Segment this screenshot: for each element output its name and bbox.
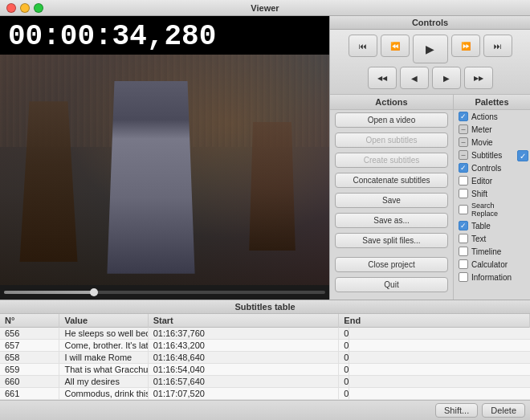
skip-to-start-button[interactable]: ⏮ xyxy=(349,35,377,57)
palette-item-meter[interactable]: – Meter xyxy=(454,123,530,136)
video-panel: 00:00:34,280 xyxy=(0,16,329,300)
save-split-files-button[interactable]: Save split files... xyxy=(335,233,448,248)
palette-item-controls[interactable]: ✓ Controls xyxy=(454,161,530,174)
prev-frame-button[interactable]: ⏪ xyxy=(381,35,410,57)
palette-checkbox-subtitles[interactable]: – xyxy=(459,150,468,160)
scrubber-fill xyxy=(4,291,94,294)
skip-to-end-button[interactable]: ⏭ xyxy=(483,35,512,57)
palette-item-calculator[interactable]: Calculator xyxy=(454,258,530,271)
create-subtitles-button[interactable]: Create subtitles xyxy=(335,153,448,168)
shift-button[interactable]: Shift... xyxy=(435,403,478,418)
figure-right xyxy=(248,122,296,251)
cell-end: 01:16:40,354 xyxy=(339,328,349,339)
cell-start: 01:16:43,200 xyxy=(148,340,339,352)
step-back-button[interactable]: ◀ xyxy=(400,67,429,89)
palette-label-editor: Editor xyxy=(471,177,492,186)
video-area[interactable] xyxy=(0,55,329,285)
palette-label-controls: Controls xyxy=(471,164,501,173)
palette-label-timeline: Timeline xyxy=(471,247,501,256)
palette-item-table[interactable]: ✓ Table xyxy=(454,219,530,232)
palette-checkbox-text[interactable] xyxy=(459,234,468,243)
cell-start: 01:16:54,040 xyxy=(148,364,339,376)
palette-item-shift[interactable]: Shift xyxy=(454,187,530,200)
step-back-large-button[interactable]: ◀◀ xyxy=(368,67,397,89)
transport-row-1: ⏮ ⏪ ▶ ⏩ ⏭ xyxy=(335,35,525,63)
play-button[interactable]: ▶ xyxy=(413,35,448,63)
cell-n: 657 xyxy=(0,340,59,352)
col-value: Value xyxy=(59,314,148,328)
subtitles-table[interactable]: N° Value Start End 656 He sleeps so well… xyxy=(0,314,530,400)
next-frame-button[interactable]: ⏩ xyxy=(451,35,480,57)
palette-label-table: Table xyxy=(471,222,491,230)
palette-item-movie[interactable]: – Movie xyxy=(454,136,530,149)
palette-checkbox-timeline[interactable] xyxy=(459,247,468,256)
delete-button[interactable]: Delete xyxy=(482,403,525,418)
palette-checkbox-meter[interactable]: – xyxy=(459,124,468,134)
cell-value: That is what Gracchus and his friends xyxy=(59,364,148,376)
palette-label-shift: Shift xyxy=(471,190,487,198)
open-subtitles-button[interactable]: Open subtitles xyxy=(335,133,448,148)
cell-value: I will make Rome xyxy=(59,352,148,364)
subtitles-check-right: ✓ xyxy=(517,150,528,161)
step-forward-large-button[interactable]: ▶▶ xyxy=(464,67,493,89)
palette-item-search-replace[interactable]: SearchReplace xyxy=(454,200,530,219)
palette-checkbox-table[interactable]: ✓ xyxy=(459,221,468,230)
scrubber-track[interactable] xyxy=(4,291,325,294)
table-row[interactable]: 657 Come, brother. It's late. 01:16:43,2… xyxy=(0,340,530,352)
palettes-header: Palettes xyxy=(454,95,530,110)
palette-label-text: Text xyxy=(471,234,486,243)
cell-end: 01:17:10,114 xyxy=(339,388,349,399)
table-header-row: N° Value Start End xyxy=(0,314,530,328)
table-row[interactable]: 661 Commodus, drink this tonic. 01:17:07… xyxy=(0,388,530,400)
cell-end: 01:16:45,191 xyxy=(339,340,349,351)
transport-section: ⏮ ⏪ ▶ ⏩ ⏭ ◀◀ ◀ ▶ ▶▶ xyxy=(330,30,530,95)
scrubber-thumb[interactable] xyxy=(90,288,98,296)
viewer-title: Viewer xyxy=(251,3,279,13)
table-row[interactable]: 659 That is what Gracchus and his friend… xyxy=(0,364,530,376)
main-content: 00:00:34,280 Controls ⏮ ⏪ ▶ xyxy=(0,16,530,300)
save-button[interactable]: Save xyxy=(335,193,448,208)
cell-value: All my desires xyxy=(59,376,148,388)
palette-checkbox-actions[interactable]: ✓ xyxy=(459,112,468,121)
open-video-button[interactable]: Open a video xyxy=(335,112,448,128)
palette-checkbox-information[interactable] xyxy=(459,272,468,282)
palette-item-actions[interactable]: ✓ Actions xyxy=(454,110,530,123)
video-frame xyxy=(0,55,329,285)
concatenate-subtitles-button[interactable]: Concatenate subtitles xyxy=(335,173,448,188)
palette-checkbox-calculator[interactable] xyxy=(459,259,468,269)
cell-n: 660 xyxy=(0,376,59,388)
table-row[interactable]: 658 I will make Rome 01:16:48,640 01:16:… xyxy=(0,352,530,364)
title-bar: Viewer xyxy=(0,0,530,16)
palette-checkbox-editor[interactable] xyxy=(459,176,468,186)
palette-item-subtitles[interactable]: – Subtitles ✓ xyxy=(454,149,530,161)
palette-item-editor[interactable]: Editor xyxy=(454,174,530,187)
minimize-button[interactable] xyxy=(20,3,30,13)
window-controls[interactable] xyxy=(6,3,43,13)
figure-center xyxy=(99,81,203,274)
palette-item-information[interactable]: Information xyxy=(454,271,530,283)
step-forward-button[interactable]: ▶ xyxy=(432,67,461,89)
cell-value: Come, brother. It's late. xyxy=(59,340,148,352)
quit-button[interactable]: Quit xyxy=(335,277,448,292)
subtitles-title: Subtitles table xyxy=(0,300,530,314)
close-project-button[interactable]: Close project xyxy=(335,257,448,272)
maximize-button[interactable] xyxy=(34,3,43,13)
table-row[interactable]: 656 He sleeps so well because he's loved… xyxy=(0,328,530,340)
palette-label-information: Information xyxy=(471,273,512,282)
palette-checkbox-movie[interactable]: – xyxy=(459,137,468,147)
table-row[interactable]: 660 All my desires 01:16:57,640 01:17:00… xyxy=(0,376,530,388)
palette-checkbox-shift[interactable] xyxy=(459,189,468,198)
cell-start: 01:17:07,520 xyxy=(148,388,339,400)
close-button[interactable] xyxy=(6,3,16,13)
palette-item-timeline[interactable]: Timeline xyxy=(454,245,530,258)
palette-checkbox-controls[interactable]: ✓ xyxy=(459,163,468,173)
cell-end: 01:16:57,237 xyxy=(339,364,349,375)
controls-title: Controls xyxy=(330,16,530,30)
save-as-button[interactable]: Save as... xyxy=(335,213,448,228)
video-scrubber[interactable] xyxy=(0,285,329,300)
palette-item-text[interactable]: Text xyxy=(454,232,530,245)
cell-n: 656 xyxy=(0,328,59,340)
timer-display: 00:00:34,280 xyxy=(0,16,329,55)
palette-checkbox-search-replace[interactable] xyxy=(459,205,468,214)
col-end: End xyxy=(339,314,530,328)
